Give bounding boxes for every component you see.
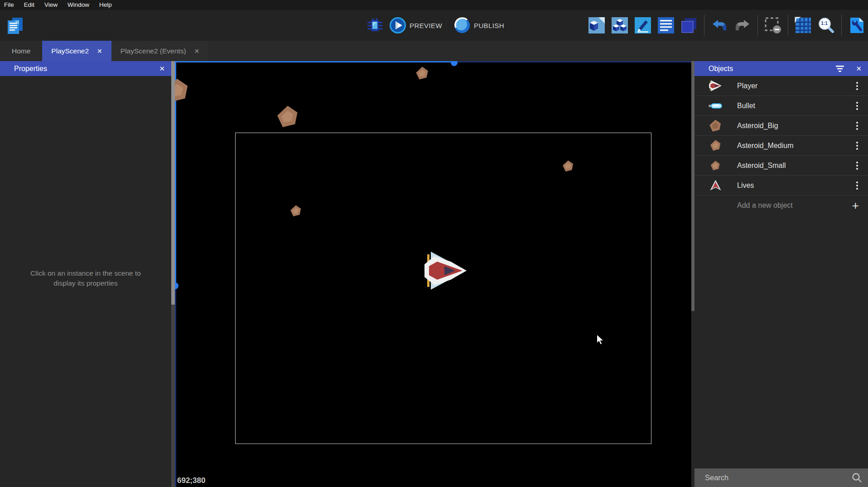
object-row-bullet[interactable]: Bullet <box>694 96 868 116</box>
objects-title: Objects <box>709 65 733 73</box>
tab-playscene2-events[interactable]: PlayScene2 (Events) ✕ <box>111 41 208 61</box>
zoom-ratio-label: 1:1 <box>820 21 829 26</box>
tab-close-icon[interactable]: ✕ <box>194 48 200 55</box>
redo-button[interactable] <box>733 16 752 35</box>
canvas-scrollbar[interactable] <box>691 61 694 487</box>
selection-handle-top[interactable] <box>451 61 458 66</box>
tab-label: Home <box>12 47 30 55</box>
selection-handle-left[interactable] <box>175 282 178 289</box>
tab-home[interactable]: Home <box>0 41 42 61</box>
object-menu-icon[interactable] <box>854 100 861 112</box>
properties-header: Properties ✕ <box>0 61 171 76</box>
tab-playscene2[interactable]: PlayScene2 ✕ <box>42 41 111 61</box>
object-menu-icon[interactable] <box>854 180 861 191</box>
undo-button[interactable] <box>710 16 729 35</box>
properties-scrollbar[interactable] <box>171 61 175 487</box>
search-icon <box>852 473 862 483</box>
scene-settings-button[interactable] <box>847 16 866 35</box>
selection-edge-top <box>175 61 454 62</box>
zoom-original-button[interactable]: 1:1 <box>817 16 836 35</box>
objects-cubes-icon <box>611 16 629 34</box>
list-panel-icon <box>657 16 675 34</box>
scrollbar-thumb[interactable] <box>691 61 694 311</box>
properties-title: Properties <box>14 65 47 73</box>
objects-header: Objects ✕ <box>694 61 868 76</box>
project-manager-button[interactable] <box>5 16 24 35</box>
objects-filter-button[interactable] <box>835 61 844 76</box>
publish-button[interactable]: PUBLISH <box>453 16 504 34</box>
object-name: Bullet <box>737 102 854 110</box>
objects-panel: Objects ✕ Player <box>694 61 868 487</box>
object-row-asteroid-big[interactable]: Asteroid_Big <box>694 116 868 136</box>
debugger-bug-icon <box>366 16 384 34</box>
toolbar-right-group: 1:1 <box>587 10 866 41</box>
undo-icon <box>712 19 727 31</box>
object-row-asteroid-small[interactable]: Asteroid_Small <box>694 156 868 176</box>
objects-editor-button[interactable] <box>610 16 629 35</box>
add-object-label: Add a new object <box>737 201 852 210</box>
pencil-edit-icon <box>634 16 652 34</box>
publish-globe-icon <box>453 16 471 34</box>
asteroid-instance[interactable] <box>415 66 429 81</box>
wrench-document-icon <box>848 17 865 34</box>
lives-ship-icon <box>707 180 723 191</box>
tab-bar: Home PlayScene2 ✕ PlayScene2 (Events) ✕ <box>0 41 868 61</box>
cursor-coordinates: 692;380 <box>177 476 205 485</box>
object-name: Lives <box>737 181 854 190</box>
menu-file[interactable]: File <box>0 0 19 10</box>
open-scene-button[interactable] <box>587 16 606 35</box>
toggle-grid-button[interactable] <box>794 16 813 35</box>
tab-label: PlayScene2 (Events) <box>121 47 186 55</box>
selection-edge-left-continued <box>175 286 176 487</box>
object-menu-icon[interactable] <box>854 140 861 152</box>
object-row-asteroid-medium[interactable]: Asteroid_Medium <box>694 136 868 156</box>
layers-button[interactable] <box>680 16 699 35</box>
publish-label: PUBLISH <box>474 22 504 29</box>
object-row-lives[interactable]: Lives <box>694 176 868 196</box>
object-menu-icon[interactable] <box>854 80 861 92</box>
add-object-button[interactable]: Add a new object + <box>694 196 868 215</box>
properties-hint: Click on an instance in the scene to dis… <box>9 268 162 289</box>
scene-document-icon <box>588 16 606 34</box>
player-ship-instance[interactable] <box>424 250 468 291</box>
object-menu-icon[interactable] <box>854 160 861 172</box>
toolbar-divider <box>704 15 704 36</box>
project-manager-icon <box>5 17 24 35</box>
properties-close-icon[interactable]: ✕ <box>159 61 165 76</box>
menu-help[interactable]: Help <box>94 0 117 10</box>
object-name: Asteroid_Big <box>737 122 854 130</box>
menu-edit[interactable]: Edit <box>19 0 39 10</box>
asteroid-small-icon <box>707 160 723 171</box>
object-row-player[interactable]: Player <box>694 76 868 96</box>
toolbar-divider <box>788 15 788 36</box>
object-name: Player <box>737 82 854 90</box>
asteroid-instance[interactable] <box>175 77 190 104</box>
clear-selection-button[interactable] <box>763 16 782 35</box>
tab-close-icon[interactable]: ✕ <box>97 48 102 55</box>
debugger-button[interactable] <box>365 16 384 35</box>
edit-scene-properties-button[interactable] <box>633 16 652 35</box>
grid-icon <box>794 16 812 34</box>
menu-view[interactable]: View <box>39 0 63 10</box>
search-input[interactable] <box>694 473 852 482</box>
object-name: Asteroid_Small <box>737 162 854 170</box>
menu-window[interactable]: Window <box>63 0 94 10</box>
tab-label: PlayScene2 <box>51 47 89 55</box>
toolbar-divider <box>841 15 842 36</box>
scene-canvas[interactable]: 692;380 <box>175 61 694 487</box>
object-menu-icon[interactable] <box>854 120 861 132</box>
properties-panel: Properties ✕ Click on an instance in the… <box>0 61 171 487</box>
asteroid-instance[interactable] <box>275 105 300 129</box>
player-ship-icon <box>707 80 723 92</box>
asteroid-instance[interactable] <box>289 205 302 217</box>
preview-button[interactable]: PREVIEW <box>389 16 442 34</box>
instances-list-button[interactable] <box>656 16 675 35</box>
asteroid-instance[interactable] <box>562 160 574 172</box>
scrollbar-thumb[interactable] <box>171 61 175 305</box>
objects-close-icon[interactable]: ✕ <box>856 61 862 76</box>
preview-play-icon <box>389 16 407 34</box>
toolbar-center-group: PREVIEW PUBLISH <box>365 10 504 41</box>
preview-label: PREVIEW <box>410 22 442 29</box>
add-icon[interactable]: + <box>852 201 861 210</box>
layers-icon <box>680 16 698 34</box>
